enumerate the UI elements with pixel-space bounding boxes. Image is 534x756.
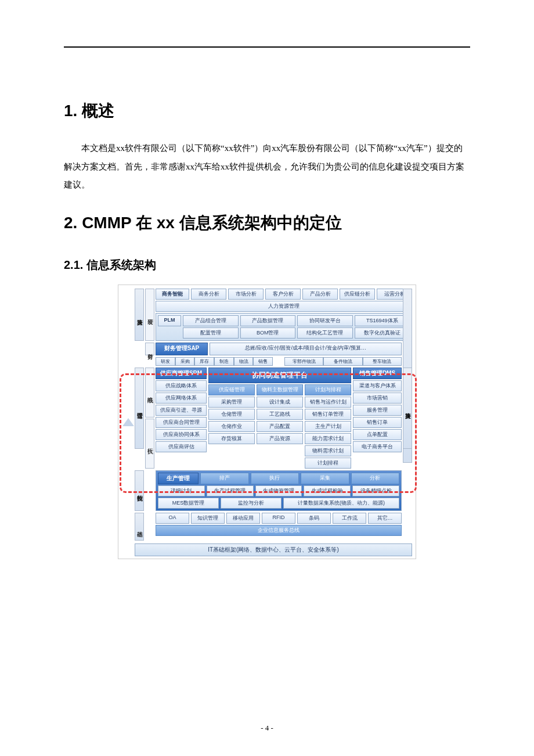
left-label-base: 基础 bbox=[135, 513, 144, 541]
dms-item: 服务管理 bbox=[353, 405, 402, 416]
top-rule bbox=[64, 46, 470, 48]
prod-item: 计量数据采集系统(物质、动力、能源) bbox=[283, 498, 399, 509]
plan-item: 销售与运作计划 bbox=[305, 397, 351, 408]
bi-item: 产品分析 bbox=[302, 289, 338, 300]
plm-item: TS16949体系 bbox=[355, 315, 410, 326]
plan-head: 计划与排程 bbox=[305, 384, 351, 395]
left-arrow-block bbox=[122, 289, 135, 556]
scm-item: 采购管理 bbox=[208, 397, 255, 408]
srm-item: 供应商引进、寻源 bbox=[156, 405, 207, 416]
base-item: 条码 bbox=[297, 513, 331, 524]
fin-tail: 总账/应收/应付/固资/成本/项目会计/资金/内审/预算… bbox=[210, 343, 402, 355]
heading-1: 1. 概述 bbox=[64, 100, 470, 122]
prod-item: 设备精细点检 bbox=[352, 485, 399, 496]
bi-item: 客户分析 bbox=[265, 289, 301, 300]
cmmp-head: 协同制造管理平台 bbox=[208, 368, 351, 383]
plan-item: 能力需求计划 bbox=[305, 433, 351, 444]
bi-item: 供应链分析 bbox=[340, 289, 375, 300]
fin-head: 财务管理SAP bbox=[156, 343, 208, 355]
base-infra: IT基础框架(网络、数据中心、云平台、安全体系等) bbox=[135, 543, 412, 556]
heading-2-title: CMMP 在 xx 信息系统架构中的定位 bbox=[82, 214, 342, 232]
plm-item: 数字化仿真验证 bbox=[355, 327, 410, 339]
dms-item: 市场营销 bbox=[353, 393, 402, 404]
prod-item: 详细计划 bbox=[158, 485, 205, 496]
srm-item: 供应商评估 bbox=[156, 441, 207, 452]
srm-item: 供应商合同管理 bbox=[156, 417, 207, 428]
srm-head: 供应商管理SRM bbox=[156, 368, 207, 379]
base-item: 其它… bbox=[368, 513, 402, 524]
plan-item: 主生产计划 bbox=[305, 421, 351, 432]
paragraph-1: 本文档是xx软件有限公司（以下简称“xx软件”）向xx汽车股份有限公司（以下简称… bbox=[64, 139, 470, 195]
mdm-item: 产品资源 bbox=[257, 433, 303, 444]
hr-row: 人力资源管理 bbox=[156, 301, 412, 312]
scm-item: 存货核算 bbox=[208, 433, 255, 444]
mdm-item: 工艺路线 bbox=[257, 409, 303, 420]
page-number: - 4 - bbox=[0, 723, 534, 733]
base-bus: 企业信息服务总线 bbox=[156, 525, 402, 536]
prod-chev: 排产 bbox=[200, 473, 249, 484]
prod-chev: 采集 bbox=[301, 473, 349, 484]
prod-item: 监控与分析 bbox=[221, 498, 282, 509]
plm-item: 产品数据管理 bbox=[240, 315, 296, 326]
chev: 库存 bbox=[194, 357, 214, 366]
scm-head: 供应链管理 bbox=[208, 384, 255, 395]
chev: 备件物流 bbox=[323, 357, 362, 366]
base-item: 移动应用 bbox=[226, 513, 260, 524]
mdm-item: 设计集成 bbox=[257, 397, 303, 408]
plan-item: 计划排程 bbox=[305, 458, 351, 469]
chev: 制造 bbox=[214, 357, 234, 366]
srm-item: 供应商协同体系 bbox=[156, 429, 207, 440]
prod-chev: 执行 bbox=[251, 473, 300, 484]
left-label-strat: 战略 bbox=[145, 368, 154, 417]
prod-item: 生产过程管理 bbox=[207, 485, 254, 496]
mdm-head: 物料主数据管理 bbox=[257, 384, 303, 395]
right-label-decision: 决策支持 bbox=[403, 368, 412, 449]
prod-chev: 分析 bbox=[351, 473, 400, 484]
heading-2-num: 2. bbox=[64, 214, 77, 232]
left-label-ops: 运营管理 bbox=[135, 368, 144, 449]
chev: 整车物流 bbox=[363, 357, 402, 366]
left-label-exec-ctrl: 执行控制 bbox=[135, 470, 144, 511]
chev: 销售 bbox=[253, 357, 273, 366]
dms-head: 销售管理DMS bbox=[353, 368, 402, 379]
scm-item: 仓储管理 bbox=[208, 409, 255, 420]
heading-2-1-title: 信息系统架构 bbox=[86, 258, 156, 271]
plm-item: BOM管理 bbox=[240, 327, 296, 339]
left-label-decision: 决策支持 bbox=[135, 289, 144, 341]
scm-item: 仓储作业 bbox=[208, 421, 255, 432]
heading-1-num: 1. bbox=[64, 102, 77, 120]
plm-item: 协同研发平台 bbox=[297, 315, 353, 326]
mdm-item: 产品配置 bbox=[257, 421, 303, 432]
prod-item: MES数据管理 bbox=[158, 498, 219, 509]
dms-item: 电子商务平台 bbox=[353, 441, 402, 452]
heading-2: 2. CMMP 在 xx 信息系统架构中的定位 bbox=[64, 212, 470, 234]
chev: 研发 bbox=[156, 357, 175, 366]
plan-item: 销售订单管理 bbox=[305, 409, 351, 420]
dms-item: 点单配置 bbox=[353, 429, 402, 440]
plm-item: 配置管理 bbox=[183, 327, 239, 339]
heading-2-1-num: 2.1. bbox=[64, 258, 83, 271]
left-label-rd: 研发 bbox=[145, 289, 154, 341]
heading-1-title: 概述 bbox=[82, 102, 114, 120]
srm-item: 供应战略体系 bbox=[156, 380, 207, 391]
base-item: 工作流 bbox=[333, 513, 366, 524]
dms-item: 销售订单 bbox=[353, 417, 402, 428]
prod-item: 生成物资管理 bbox=[255, 485, 302, 496]
plm-item: 结构化工艺管理 bbox=[297, 327, 353, 339]
plm-item: 产品组合管理 bbox=[183, 315, 239, 326]
dms-item: 渠道与客户体系 bbox=[353, 380, 402, 391]
document-page: 1. 概述 本文档是xx软件有限公司（以下简称“xx软件”）向xx汽车股份有限公… bbox=[0, 0, 534, 756]
base-item: RFID bbox=[262, 513, 295, 524]
base-item: OA bbox=[156, 513, 189, 524]
prod-item: 生成过程检验 bbox=[304, 485, 351, 496]
srm-item: 供应网络体系 bbox=[156, 393, 207, 404]
bi-item: 商务分析 bbox=[191, 289, 226, 300]
base-item: 知识管理 bbox=[191, 513, 225, 524]
plan-item: 物料需求计划 bbox=[305, 445, 351, 456]
heading-2-1: 2.1. 信息系统架构 bbox=[64, 257, 470, 273]
chev: 采购 bbox=[175, 357, 195, 366]
architecture-diagram: 决策支持 研发 商务智能 商务分析 市场分析 客户分析 产品分析 供应链分析 运… bbox=[118, 285, 416, 559]
bi-item: 市场分析 bbox=[228, 289, 264, 300]
left-label-fin: 财务 bbox=[145, 343, 154, 355]
left-label-exec: 执行 bbox=[145, 419, 154, 469]
